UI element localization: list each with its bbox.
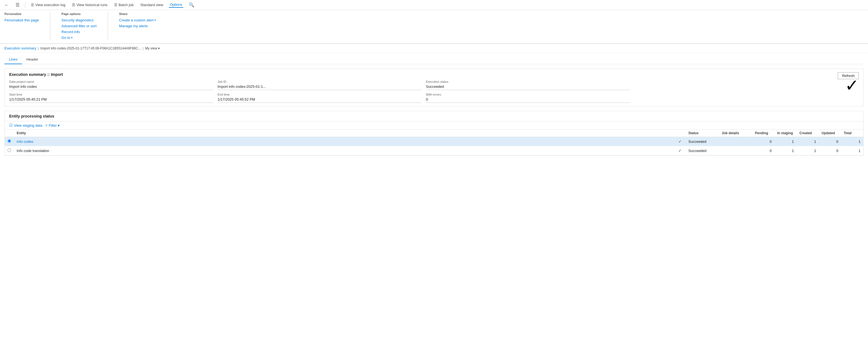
personalize-group-title: Personalize [4, 12, 39, 16]
col-status: Status [686, 130, 719, 137]
row-job-details [719, 146, 752, 155]
end-time-value: 1/17/2025 05:45:52 PM [218, 97, 422, 103]
view-chevron: ▾ [158, 47, 160, 50]
options-button[interactable]: Options [169, 2, 184, 8]
group-sep-1 [50, 12, 50, 40]
job-id-label: Job ID [218, 80, 422, 83]
data-project-name-value: Import info codes [9, 84, 213, 90]
success-checkmark: ✓ [845, 77, 859, 94]
start-time-value: 1/17/2025 05:45:21 PM [9, 97, 213, 103]
row-entity: Info code translation [14, 146, 675, 155]
row-status: Succeeded [686, 137, 719, 146]
row-status: Succeeded [686, 146, 719, 155]
page-options-group: Page options Security diagnostics Advanc… [61, 12, 96, 40]
record-info-button[interactable]: Record info [61, 29, 96, 34]
view-execution-log-button[interactable]: ☰ View execution log [30, 2, 66, 7]
list-icon-3: ☰ [114, 3, 118, 7]
col-pending: Pending [752, 130, 774, 137]
back-button[interactable]: ← [3, 2, 10, 8]
create-custom-alert-button[interactable]: Create a custom alert ▾ [119, 18, 156, 23]
security-diagnostics-button[interactable]: Security diagnostics [61, 18, 96, 23]
table-row[interactable]: Info codes✓Succeeded01101 [5, 137, 863, 146]
row-updated: 0 [819, 146, 841, 155]
row-job-details [719, 137, 752, 146]
entity-processing-section: Entity processing status ☷ View staging … [4, 111, 864, 155]
personalize-this-page-button[interactable]: Personalize this page [4, 18, 39, 23]
filter-button[interactable]: ▿ Filter ▾ [45, 123, 60, 127]
row-total: 1 [841, 146, 863, 155]
advanced-filter-button[interactable]: Advanced filter or sort [61, 24, 96, 28]
tab-lines[interactable]: Lines [4, 55, 22, 64]
row-pending: 0 [752, 146, 774, 155]
breadcrumb-link[interactable]: Execution summary [4, 46, 36, 50]
entity-table: Entity Status Job details Pending In sta… [5, 130, 863, 155]
standard-view-button[interactable]: Standard view [139, 2, 164, 7]
col-created: Created [797, 130, 819, 137]
share-group: Share Create a custom alert ▾ Manage my … [119, 12, 156, 40]
data-project-name-field: Data project name Import info codes [9, 80, 213, 90]
breadcrumb-sep-2: | [143, 46, 143, 50]
job-id-field: Job ID Import info codes-2025-01-1... [218, 80, 422, 90]
row-in-staging: 1 [774, 146, 797, 155]
end-time-field: End time 1/17/2025 05:45:52 PM [218, 93, 422, 103]
search-button[interactable]: 🔍 [188, 2, 195, 8]
col-in-staging: In staging [774, 130, 797, 137]
row-radio[interactable] [5, 146, 14, 155]
menu-button[interactable]: ☰ [14, 2, 21, 8]
job-id-value: Import info codes-2025-01-1... [218, 84, 422, 90]
row-in-staging: 1 [774, 137, 797, 146]
col-total: Total [841, 130, 863, 137]
col-check [675, 130, 686, 137]
table-row[interactable]: Info code translation✓Succeeded01101 [5, 146, 863, 155]
breadcrumb-current: Import info codes-2025-01-17T17:45:06-F0… [40, 47, 141, 50]
form-grid-row2: Start time 1/17/2025 05:45:21 PM End tim… [9, 93, 838, 103]
check-icon: ✓ [678, 148, 682, 153]
batch-job-button[interactable]: ☰ Batch job [113, 2, 135, 7]
col-updated: Updated [819, 130, 841, 137]
goto-button[interactable]: Go to ▾ [61, 35, 96, 40]
filter-icon: ▿ [45, 123, 48, 127]
execution-summary-section: Execution summary :: Import Refresh Data… [4, 69, 864, 107]
check-icon: ✓ [678, 139, 682, 144]
row-updated: 0 [819, 137, 841, 146]
with-errors-label: With errors: [426, 93, 630, 96]
row-total: 1 [841, 137, 863, 146]
entity-processing-title: Entity processing status [5, 111, 863, 121]
form-grid-row1: Data project name Import info codes Job … [9, 80, 838, 90]
row-check: ✓ [675, 146, 686, 155]
execution-status-value: Succeeded [426, 84, 630, 90]
view-selector[interactable]: My view ▾ [145, 47, 160, 50]
with-errors-value: 0 [426, 97, 630, 103]
table-header-row: Entity Status Job details Pending In sta… [5, 130, 863, 137]
filter-chevron: ▾ [58, 123, 60, 127]
col-job-details: Job details [719, 130, 752, 137]
share-group-title: Share [119, 12, 156, 16]
row-check: ✓ [675, 137, 686, 146]
tab-header[interactable]: Header [22, 55, 43, 64]
page-options-title: Page options [61, 12, 96, 16]
form-row: Data project name Import info codes Job … [9, 80, 859, 103]
row-pending: 0 [752, 137, 774, 146]
entity-link[interactable]: Info codes [17, 140, 33, 144]
breadcrumb: Execution summary | Import info codes-20… [0, 44, 868, 53]
manage-alerts-button[interactable]: Manage my alerts [119, 24, 156, 28]
group-sep-2 [108, 12, 108, 40]
list-icon: ☰ [31, 3, 34, 7]
row-entity[interactable]: Info codes [14, 137, 675, 146]
table-icon: ☷ [9, 123, 13, 127]
alert-chevron: ▾ [154, 19, 156, 22]
col-entity: Entity [14, 130, 675, 137]
row-radio[interactable] [5, 137, 14, 146]
goto-chevron: ▾ [71, 36, 72, 39]
form-cols: Data project name Import info codes Job … [9, 80, 838, 103]
list-icon-2: ☰ [72, 3, 75, 7]
nav-separator-1 [25, 2, 25, 8]
start-time-field: Start time 1/17/2025 05:45:21 PM [9, 93, 213, 103]
execution-summary-title: Execution summary :: Import [9, 72, 859, 77]
data-project-name-label: Data project name [9, 80, 213, 83]
start-time-label: Start time [9, 93, 213, 96]
refresh-button[interactable]: Refresh [838, 72, 859, 79]
view-historical-runs-button[interactable]: ☰ View historical runs [71, 2, 108, 7]
execution-status-field: Execution status Succeeded [426, 80, 630, 90]
view-staging-data-button[interactable]: ☷ View staging data [9, 123, 42, 127]
